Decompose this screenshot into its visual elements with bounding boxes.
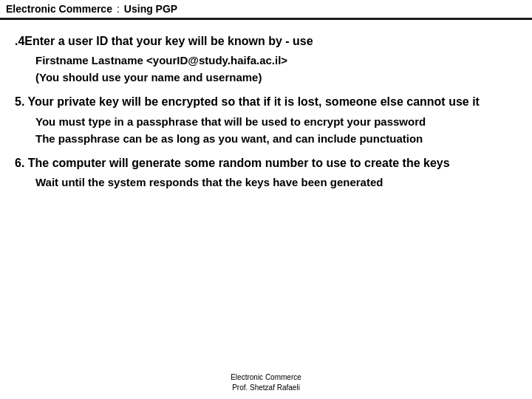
item4-sub2: (You should use your name and username) bbox=[35, 69, 517, 85]
item5-sub1: You must type in a passphrase that will … bbox=[35, 114, 517, 129]
item6-main: 6. The computer will generate some rando… bbox=[15, 155, 517, 171]
page-header: Electronic Commerce : Using PGP bbox=[0, 0, 532, 20]
header-title: Electronic Commerce bbox=[6, 3, 112, 15]
section-item4: .4Enter a user ID that your key will be … bbox=[15, 33, 517, 85]
page-footer: Electronic Commerce Prof. Shetzaf Rafael… bbox=[231, 372, 301, 393]
header-subtitle: Using PGP bbox=[124, 3, 177, 15]
item5-main: 5. Your private key will be encrypted so… bbox=[15, 94, 517, 110]
header-separator: : bbox=[117, 3, 120, 15]
item6-sub1: Wait until the system responds that the … bbox=[35, 174, 517, 190]
item5-sub2: The passphrase can be as long as you wan… bbox=[35, 131, 517, 146]
footer-line2: Prof. Shetzaf Rafaeli bbox=[231, 383, 301, 393]
section-item6: 6. The computer will generate some rando… bbox=[15, 155, 517, 190]
main-content: .4Enter a user ID that your key will be … bbox=[0, 20, 532, 206]
section-item5: 5. Your private key will be encrypted so… bbox=[15, 94, 517, 146]
item4-main: .4Enter a user ID that your key will be … bbox=[15, 33, 517, 50]
footer-line1: Electronic Commerce bbox=[231, 372, 301, 383]
item4-sub1: Firstname Lastname <yourID@study.haifa.a… bbox=[35, 52, 517, 68]
